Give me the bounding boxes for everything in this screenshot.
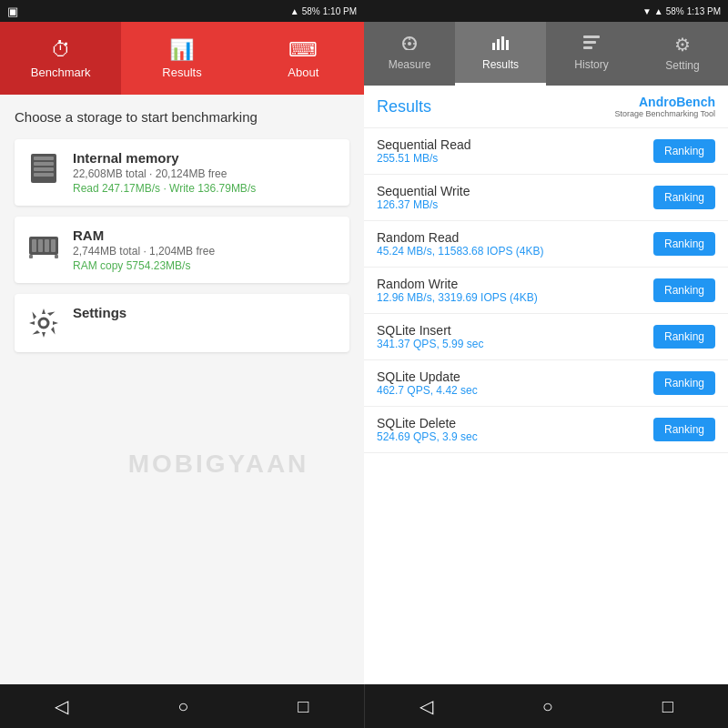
left-status-bar: ▣ ▲ 58% 1:10 PM <box>0 0 364 22</box>
result-value-sqlite-delete: 524.69 QPS, 3.9 sec <box>377 430 653 443</box>
svg-rect-2 <box>34 162 54 166</box>
right-nav: ◁ ○ □ <box>365 684 729 728</box>
results-icon-left: 📊 <box>169 38 194 62</box>
back-button-left[interactable]: ◁ <box>40 692 83 721</box>
ranking-btn-rand-read[interactable]: Ranking <box>653 232 715 256</box>
measure-icon <box>399 34 420 55</box>
result-value-seq-write: 126.37 MB/s <box>377 198 653 211</box>
ranking-btn-sqlite-delete[interactable]: Ranking <box>653 418 715 441</box>
result-name-sqlite-update: SQLite Update <box>377 369 653 384</box>
benchmark-label: Benchmark <box>31 66 91 79</box>
result-name-seq-write: Sequential Write <box>377 184 653 198</box>
signal-right-icon: ▲ <box>654 6 663 16</box>
battery-left: 58% <box>302 6 320 16</box>
left-status-right: ▲ 58% 1:10 PM <box>290 6 357 16</box>
result-value-seq-read: 255.51 MB/s <box>377 152 653 165</box>
results-header: Results AndroBench Storage Benchmarking … <box>364 86 728 128</box>
result-info-rand-write: Random Write 12.96 MB/s, 3319.69 IOPS (4… <box>377 277 653 304</box>
result-name-rand-read: Random Read <box>377 230 653 245</box>
brand-subtitle: Storage Benchmarking Tool <box>615 109 715 118</box>
history-label: History <box>574 58 608 71</box>
left-nav: ◁ ○ □ <box>0 684 364 728</box>
bottom-nav: ◁ ○ □ ◁ ○ □ <box>0 684 728 728</box>
androbench-brand: AndroBench Storage Benchmarking Tool <box>615 95 715 118</box>
left-tab-benchmark[interactable]: ⏱ Benchmark <box>0 22 121 95</box>
history-icon <box>581 34 602 55</box>
result-value-sqlite-update: 462.7 QPS, 4.42 sec <box>377 384 653 397</box>
svg-rect-10 <box>29 255 33 258</box>
svg-point-12 <box>39 318 48 328</box>
result-info-rand-read: Random Read 45.24 MB/s, 11583.68 IOPS (4… <box>377 230 653 258</box>
right-tab-results[interactable]: Results <box>455 22 546 86</box>
recents-button-left[interactable]: □ <box>283 693 323 721</box>
svg-rect-19 <box>497 39 500 50</box>
recents-button-right[interactable]: □ <box>648 693 688 721</box>
svg-point-14 <box>408 42 411 46</box>
result-value-sqlite-insert: 341.37 QPS, 5.99 sec <box>377 338 653 350</box>
storage-item-ram[interactable]: RAM 2,744MB total · 1,204MB free RAM cop… <box>15 217 349 283</box>
result-name-sqlite-delete: SQLite Delete <box>377 416 653 430</box>
svg-rect-11 <box>55 255 58 258</box>
ram-detail: 2,744MB total · 1,204MB free <box>73 245 339 258</box>
ranking-btn-seq-read[interactable]: Ranking <box>653 139 715 163</box>
svg-rect-20 <box>501 36 504 50</box>
result-row-sqlite-insert: SQLite Insert 341.37 QPS, 5.99 sec Ranki… <box>364 314 728 360</box>
result-info-seq-write: Sequential Write 126.37 MB/s <box>377 184 653 211</box>
internal-memory-detail: 22,608MB total · 20,124MB free <box>73 167 339 180</box>
ranking-btn-rand-write[interactable]: Ranking <box>653 278 715 302</box>
svg-rect-7 <box>38 239 43 252</box>
wifi-icon: ▼ <box>642 6 652 16</box>
result-info-sqlite-insert: SQLite Insert 341.37 QPS, 5.99 sec <box>377 323 653 350</box>
svg-rect-22 <box>583 35 600 38</box>
left-title: Choose a storage to start benchmarking <box>15 109 349 125</box>
storage-item-settings[interactable]: Settings <box>15 294 349 352</box>
result-row-seq-read: Sequential Read 255.51 MB/s Ranking <box>364 128 728 175</box>
settings-name: Settings <box>73 305 339 320</box>
watermark: MOBIGYAAN <box>46 450 364 479</box>
right-panel: Measure Results <box>364 22 728 684</box>
back-button-right[interactable]: ◁ <box>405 692 448 721</box>
results-title: Results <box>377 97 431 116</box>
home-button-left[interactable]: ○ <box>163 693 203 721</box>
svg-rect-4 <box>34 173 54 177</box>
svg-rect-3 <box>34 167 54 171</box>
measure-label: Measure <box>389 58 431 71</box>
ranking-btn-sqlite-update[interactable]: Ranking <box>653 371 715 395</box>
left-tab-about[interactable]: ⌨ About <box>243 22 364 95</box>
benchmark-icon: ⏱ <box>51 38 71 62</box>
left-panel: ⏱ Benchmark 📊 Results ⌨ About Choose a s… <box>0 22 364 684</box>
ranking-btn-sqlite-insert[interactable]: Ranking <box>653 325 715 349</box>
home-button-right[interactable]: ○ <box>528 693 568 721</box>
ram-speed: RAM copy 5754.23MB/s <box>73 259 339 272</box>
result-row-seq-write: Sequential Write 126.37 MB/s Ranking <box>364 175 728 221</box>
svg-rect-23 <box>583 41 596 44</box>
storage-item-internal[interactable]: Internal memory 22,608MB total · 20,124M… <box>15 139 349 206</box>
result-name-seq-read: Sequential Read <box>377 137 653 152</box>
result-row-rand-read: Random Read 45.24 MB/s, 11583.68 IOPS (4… <box>364 221 728 268</box>
result-row-sqlite-update: SQLite Update 462.7 QPS, 4.42 sec Rankin… <box>364 360 728 407</box>
ram-icon <box>25 228 62 264</box>
internal-memory-info: Internal memory 22,608MB total · 20,124M… <box>73 150 339 195</box>
svg-rect-6 <box>32 239 36 252</box>
result-name-rand-write: Random Write <box>377 277 653 291</box>
right-status-bar: ▼ ▲ 58% 1:13 PM <box>364 0 728 22</box>
right-content: Results AndroBench Storage Benchmarking … <box>364 86 728 684</box>
right-tab-setting[interactable]: ⚙ Setting <box>637 22 728 86</box>
ranking-btn-seq-write[interactable]: Ranking <box>653 186 715 209</box>
svg-rect-21 <box>506 40 509 50</box>
time-left: 1:10 PM <box>323 6 357 16</box>
about-label: About <box>288 66 318 79</box>
svg-rect-18 <box>492 43 495 50</box>
right-tab-measure[interactable]: Measure <box>364 22 455 86</box>
settings-info: Settings <box>73 305 339 322</box>
results-list: Sequential Read 255.51 MB/s Ranking Sequ… <box>364 128 728 453</box>
right-tab-history[interactable]: History <box>546 22 637 86</box>
ram-info: RAM 2,744MB total · 1,204MB free RAM cop… <box>73 228 339 272</box>
svg-rect-24 <box>583 46 592 49</box>
status-bars: ▣ ▲ 58% 1:10 PM ▼ ▲ 58% 1:13 PM <box>0 0 728 22</box>
result-value-rand-write: 12.96 MB/s, 3319.69 IOPS (4KB) <box>377 291 653 304</box>
result-row-sqlite-delete: SQLite Delete 524.69 QPS, 3.9 sec Rankin… <box>364 407 728 453</box>
left-content: Choose a storage to start benchmarking I… <box>0 95 364 684</box>
time-right: 1:13 PM <box>687 6 721 16</box>
left-tab-results[interactable]: 📊 Results <box>121 22 242 95</box>
